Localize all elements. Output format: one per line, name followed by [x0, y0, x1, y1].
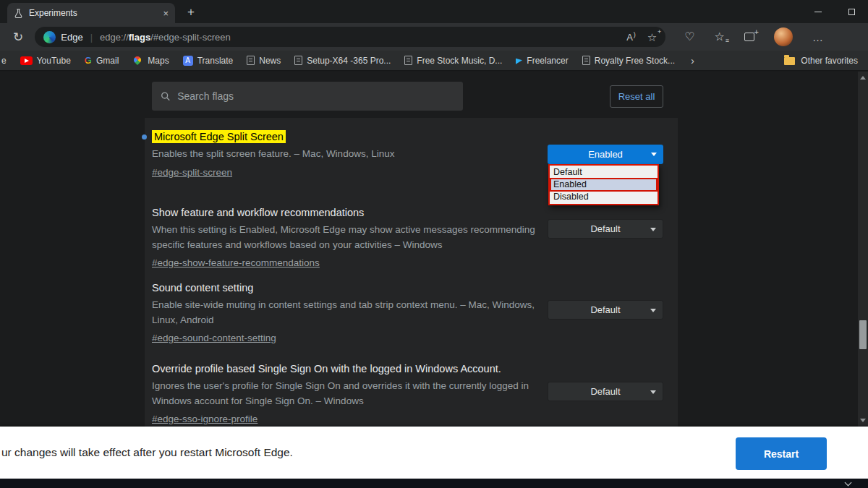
- flag-anchor-link[interactable]: #edge-sound-content-setting: [152, 333, 276, 343]
- search-highlight: Microsoft Edge Split Screen: [152, 130, 286, 143]
- browser-tab[interactable]: Experiments: [7, 3, 175, 23]
- new-tab-button[interactable]: [182, 4, 200, 21]
- flag-title: Show feature and workflow recommendation…: [152, 207, 678, 219]
- address-bar[interactable]: Edge edge://flags/#edge-split-screen: [35, 27, 665, 47]
- maximize-button[interactable]: [835, 0, 868, 23]
- favorite-youtube[interactable]: YouTube: [20, 56, 71, 66]
- favorite-label: News: [259, 56, 281, 66]
- bottom-strip: [0, 479, 868, 488]
- favorite-royalty-free-stock[interactable]: Royalty Free Stock...: [582, 56, 675, 66]
- flag-row-split-screen: Microsoft Edge Split Screen Enables the …: [145, 131, 678, 179]
- search-icon: [161, 91, 170, 101]
- dropdown-option-enabled[interactable]: Enabled: [550, 179, 657, 191]
- chevron-down-icon: [650, 309, 656, 312]
- profile-avatar[interactable]: [774, 27, 793, 46]
- favorite-news[interactable]: News: [247, 56, 281, 66]
- flag-description: When this setting is Enabled, Microsoft …: [152, 223, 546, 252]
- page-icon: [582, 56, 590, 65]
- select-value: Enabled: [588, 149, 623, 160]
- favorites-hub-icon[interactable]: [715, 31, 725, 43]
- flag-value-select[interactable]: Default: [548, 382, 663, 401]
- url-scheme: edge://: [100, 32, 129, 43]
- select-value: Default: [590, 223, 620, 234]
- favorite-label: Royalty Free Stock...: [595, 56, 675, 66]
- gmail-icon: [85, 56, 92, 65]
- flag-description: Enables the split screen feature. – Mac,…: [152, 147, 546, 162]
- flag-value-select[interactable]: Default: [548, 219, 663, 239]
- browser-essentials-icon[interactable]: [684, 31, 694, 43]
- favorite-overflow-fragment[interactable]: e: [1, 56, 7, 66]
- flag-row-sound-content: Sound content setting Enable site-wide m…: [145, 282, 678, 344]
- scroll-up-icon[interactable]: [860, 76, 866, 80]
- favorite-label: Maps: [148, 56, 169, 66]
- search-flags-input[interactable]: [177, 90, 454, 102]
- minimize-icon: [814, 12, 822, 12]
- youtube-icon: [20, 56, 33, 65]
- page-icon: [294, 56, 302, 65]
- dropdown-option-disabled[interactable]: Disabled: [550, 191, 657, 203]
- collections-icon[interactable]: [744, 33, 754, 41]
- flag-title: Override profile based Single Sign On wi…: [152, 363, 678, 375]
- favorite-label: Gmail: [96, 56, 119, 66]
- flag-anchor-link[interactable]: #edge-show-feature-recommendations: [152, 257, 320, 268]
- favorite-translate[interactable]: Translate: [183, 56, 234, 66]
- select-value: Default: [590, 386, 620, 397]
- search-flags-box[interactable]: [152, 82, 463, 111]
- favorite-label: Setup-X64 -365 Pro...: [307, 56, 391, 66]
- toolbar: Edge edge://flags/#edge-split-screen: [0, 23, 868, 51]
- add-favorite-star-icon[interactable]: [647, 32, 657, 43]
- read-aloud-icon[interactable]: [626, 31, 636, 43]
- select-value: Default: [590, 304, 620, 315]
- chevron-down-icon: [651, 153, 657, 156]
- chevron-down-icon: [650, 228, 656, 231]
- flags-page: Reset all Microsoft Edge Split Screen En…: [0, 72, 868, 427]
- edge-logo-icon: [43, 31, 56, 43]
- window-controls: [801, 0, 868, 23]
- scrollbar-thumb[interactable]: [859, 320, 867, 349]
- restart-button[interactable]: Restart: [736, 437, 827, 470]
- url-host: flags: [129, 32, 150, 43]
- favorite-freelancer[interactable]: Freelancer: [516, 56, 568, 66]
- reset-all-button[interactable]: Reset all: [610, 85, 663, 108]
- tab-close-icon[interactable]: [163, 9, 169, 18]
- flag-description: Ignores the user's profile for Single Si…: [152, 379, 546, 408]
- url-separator: [90, 32, 93, 43]
- favorite-maps[interactable]: Maps: [132, 56, 169, 66]
- translate-icon: [183, 56, 193, 66]
- favorites-bar: e YouTube Gmail Maps Translate News Setu…: [0, 51, 868, 71]
- maximize-icon: [848, 9, 855, 15]
- select-dropdown-list: Default Enabled Disabled: [548, 164, 659, 205]
- flag-row-sso-ignore-profile: Override profile based Single Sign On wi…: [145, 363, 678, 425]
- favorites-overflow-chevron-icon[interactable]: [691, 54, 694, 67]
- favorite-free-stock-music[interactable]: Free Stock Music, D...: [404, 56, 502, 66]
- chevron-down-icon[interactable]: [845, 479, 852, 487]
- site-badge: Edge: [61, 32, 82, 43]
- other-favorites[interactable]: Other favorites: [784, 56, 858, 66]
- flag-title: Microsoft Edge Split Screen: [152, 131, 678, 143]
- modified-flag-dot: [142, 134, 147, 140]
- scrollbar[interactable]: [858, 72, 868, 427]
- reload-icon[interactable]: [13, 31, 23, 43]
- page-icon: [247, 56, 255, 65]
- favorite-setup[interactable]: Setup-X64 -365 Pro...: [294, 56, 391, 66]
- url-path: /#edge-split-screen: [150, 32, 231, 43]
- favorite-gmail[interactable]: Gmail: [85, 56, 119, 66]
- experiments-flask-icon: [14, 9, 23, 18]
- flag-value-select[interactable]: Enabled: [548, 145, 663, 164]
- flag-value-select[interactable]: Default: [548, 300, 663, 320]
- settings-menu-icon[interactable]: [812, 31, 824, 43]
- folder-icon: [784, 57, 795, 65]
- dropdown-option-default[interactable]: Default: [550, 166, 657, 179]
- flags-list: Microsoft Edge Split Screen Enables the …: [145, 118, 678, 427]
- flag-row-feature-recommendations: Show feature and workflow recommendation…: [145, 207, 678, 269]
- favorite-label: Freelancer: [527, 56, 568, 66]
- titlebar: Experiments: [0, 0, 868, 23]
- other-favorites-label: Other favorites: [801, 56, 858, 66]
- restart-toast: ur changes will take effect after you re…: [0, 427, 868, 479]
- flag-anchor-link[interactable]: #edge-split-screen: [152, 167, 232, 178]
- scroll-down-icon[interactable]: [860, 419, 866, 422]
- flag-anchor-link[interactable]: #edge-sso-ignore-profile: [152, 414, 258, 424]
- maps-icon: [132, 54, 142, 64]
- minimize-button[interactable]: [801, 0, 835, 23]
- url-text: edge://flags/#edge-split-screen: [100, 32, 231, 43]
